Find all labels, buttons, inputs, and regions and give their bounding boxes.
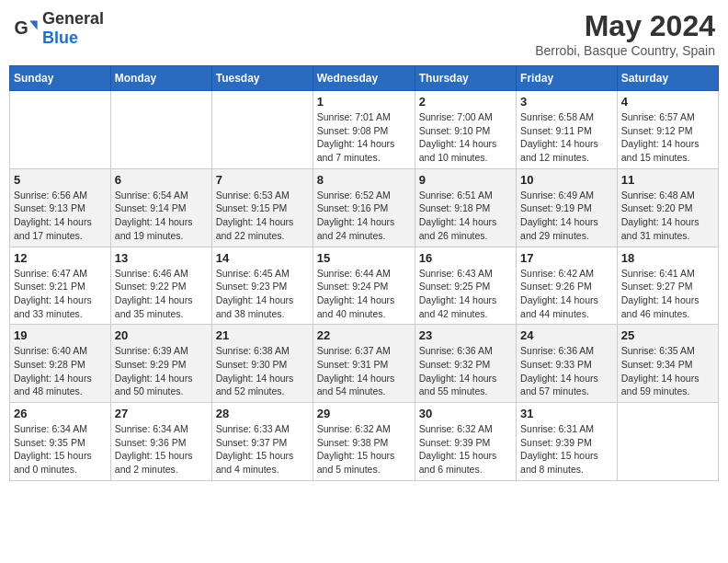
- day-info: Sunrise: 6:46 AM Sunset: 9:22 PM Dayligh…: [115, 267, 208, 321]
- calendar-day-cell: 11Sunrise: 6:48 AM Sunset: 9:20 PM Dayli…: [617, 168, 718, 247]
- day-of-week-header: Tuesday: [211, 66, 313, 91]
- day-info: Sunrise: 7:00 AM Sunset: 9:10 PM Dayligh…: [419, 110, 512, 165]
- day-number: 25: [621, 328, 714, 342]
- day-number: 5: [14, 173, 107, 187]
- calendar-day-cell: 19Sunrise: 6:40 AM Sunset: 9:28 PM Dayli…: [10, 325, 111, 403]
- title-block: May 2024 Berrobi, Basque Country, Spain: [535, 9, 715, 58]
- day-of-week-header: Friday: [517, 66, 618, 91]
- day-info: Sunrise: 6:44 AM Sunset: 9:24 PM Dayligh…: [317, 267, 411, 321]
- day-info: Sunrise: 6:32 AM Sunset: 9:38 PM Dayligh…: [317, 422, 411, 477]
- calendar-day-cell: 8Sunrise: 6:52 AM Sunset: 9:16 PM Daylig…: [313, 168, 415, 247]
- calendar-day-cell: 30Sunrise: 6:32 AM Sunset: 9:39 PM Dayli…: [415, 403, 516, 481]
- day-info: Sunrise: 6:34 AM Sunset: 9:36 PM Dayligh…: [115, 422, 208, 477]
- calendar-day-cell: 14Sunrise: 6:45 AM Sunset: 9:23 PM Dayli…: [211, 247, 313, 325]
- day-info: Sunrise: 6:32 AM Sunset: 9:39 PM Dayligh…: [419, 422, 512, 477]
- calendar-day-cell: 9Sunrise: 6:51 AM Sunset: 9:18 PM Daylig…: [415, 168, 516, 247]
- calendar-day-cell: 17Sunrise: 6:42 AM Sunset: 9:26 PM Dayli…: [517, 247, 618, 325]
- day-info: Sunrise: 6:39 AM Sunset: 9:29 PM Dayligh…: [115, 344, 208, 398]
- calendar-day-cell: 28Sunrise: 6:33 AM Sunset: 9:37 PM Dayli…: [211, 403, 313, 481]
- calendar-table: SundayMondayTuesdayWednesdayThursdayFrid…: [9, 65, 719, 481]
- day-number: 11: [621, 173, 714, 187]
- calendar-week-row: 12Sunrise: 6:47 AM Sunset: 9:21 PM Dayli…: [10, 247, 719, 325]
- calendar-header-row: SundayMondayTuesdayWednesdayThursdayFrid…: [10, 66, 719, 91]
- calendar-day-cell: 5Sunrise: 6:56 AM Sunset: 9:13 PM Daylig…: [10, 168, 111, 247]
- calendar-week-row: 1Sunrise: 7:01 AM Sunset: 9:08 PM Daylig…: [10, 91, 719, 169]
- day-number: 6: [115, 173, 208, 187]
- day-info: Sunrise: 6:48 AM Sunset: 9:20 PM Dayligh…: [621, 189, 714, 243]
- calendar-day-cell: 22Sunrise: 6:37 AM Sunset: 9:31 PM Dayli…: [313, 325, 415, 403]
- month-title: May 2024: [535, 9, 715, 43]
- day-number: 15: [317, 251, 411, 265]
- day-of-week-header: Wednesday: [313, 66, 415, 91]
- calendar-day-cell: 1Sunrise: 7:01 AM Sunset: 9:08 PM Daylig…: [313, 91, 415, 169]
- day-info: Sunrise: 6:38 AM Sunset: 9:30 PM Dayligh…: [216, 344, 309, 398]
- day-number: 12: [14, 251, 107, 265]
- day-info: Sunrise: 6:33 AM Sunset: 9:37 PM Dayligh…: [216, 422, 309, 477]
- day-info: Sunrise: 6:49 AM Sunset: 9:19 PM Dayligh…: [520, 189, 613, 243]
- day-info: Sunrise: 6:51 AM Sunset: 9:18 PM Dayligh…: [419, 189, 512, 243]
- day-number: 4: [621, 95, 714, 109]
- day-number: 13: [115, 251, 208, 265]
- day-number: 7: [216, 173, 309, 187]
- calendar-day-cell: 3Sunrise: 6:58 AM Sunset: 9:11 PM Daylig…: [517, 91, 618, 169]
- calendar-day-cell: 16Sunrise: 6:43 AM Sunset: 9:25 PM Dayli…: [415, 247, 516, 325]
- day-number: 26: [14, 407, 107, 420]
- day-number: 28: [216, 407, 309, 420]
- day-info: Sunrise: 7:01 AM Sunset: 9:08 PM Dayligh…: [317, 110, 411, 165]
- day-info: Sunrise: 6:52 AM Sunset: 9:16 PM Dayligh…: [317, 189, 411, 243]
- day-info: Sunrise: 6:31 AM Sunset: 9:39 PM Dayligh…: [520, 422, 613, 477]
- day-info: Sunrise: 6:43 AM Sunset: 9:25 PM Dayligh…: [419, 267, 512, 321]
- day-number: 20: [115, 328, 208, 342]
- calendar-day-cell: 13Sunrise: 6:46 AM Sunset: 9:22 PM Dayli…: [110, 247, 211, 325]
- day-number: 30: [419, 407, 512, 420]
- calendar-day-cell: 24Sunrise: 6:36 AM Sunset: 9:33 PM Dayli…: [517, 325, 618, 403]
- day-number: 24: [520, 328, 613, 342]
- location-title: Berrobi, Basque Country, Spain: [535, 43, 715, 58]
- day-of-week-header: Sunday: [10, 66, 111, 91]
- calendar-week-row: 19Sunrise: 6:40 AM Sunset: 9:28 PM Dayli…: [10, 325, 719, 403]
- day-info: Sunrise: 6:56 AM Sunset: 9:13 PM Dayligh…: [14, 189, 107, 243]
- day-number: 27: [115, 407, 208, 420]
- calendar-day-cell: 29Sunrise: 6:32 AM Sunset: 9:38 PM Dayli…: [313, 403, 415, 481]
- logo-icon: G: [13, 16, 39, 41]
- day-info: Sunrise: 6:41 AM Sunset: 9:27 PM Dayligh…: [621, 267, 714, 321]
- calendar-day-cell: 18Sunrise: 6:41 AM Sunset: 9:27 PM Dayli…: [617, 247, 718, 325]
- calendar-empty-cell: [110, 91, 211, 169]
- day-info: Sunrise: 6:42 AM Sunset: 9:26 PM Dayligh…: [520, 267, 613, 321]
- calendar-week-row: 26Sunrise: 6:34 AM Sunset: 9:35 PM Dayli…: [10, 403, 719, 481]
- day-info: Sunrise: 6:58 AM Sunset: 9:11 PM Dayligh…: [520, 110, 613, 165]
- calendar-day-cell: 7Sunrise: 6:53 AM Sunset: 9:15 PM Daylig…: [211, 168, 313, 247]
- day-info: Sunrise: 6:57 AM Sunset: 9:12 PM Dayligh…: [621, 110, 714, 165]
- day-number: 10: [520, 173, 613, 187]
- day-info: Sunrise: 6:35 AM Sunset: 9:34 PM Dayligh…: [621, 344, 714, 398]
- day-number: 22: [317, 328, 411, 342]
- day-info: Sunrise: 6:36 AM Sunset: 9:32 PM Dayligh…: [419, 344, 512, 398]
- day-number: 17: [520, 251, 613, 265]
- calendar-day-cell: 12Sunrise: 6:47 AM Sunset: 9:21 PM Dayli…: [10, 247, 111, 325]
- day-number: 14: [216, 251, 309, 265]
- calendar-day-cell: 15Sunrise: 6:44 AM Sunset: 9:24 PM Dayli…: [313, 247, 415, 325]
- calendar-day-cell: 6Sunrise: 6:54 AM Sunset: 9:14 PM Daylig…: [110, 168, 211, 247]
- logo-general: General: [42, 9, 104, 28]
- day-number: 23: [419, 328, 512, 342]
- day-number: 3: [520, 95, 613, 109]
- calendar-day-cell: 31Sunrise: 6:31 AM Sunset: 9:39 PM Dayli…: [517, 403, 618, 481]
- day-number: 8: [317, 173, 411, 187]
- day-number: 18: [621, 251, 714, 265]
- calendar-day-cell: 20Sunrise: 6:39 AM Sunset: 9:29 PM Dayli…: [110, 325, 211, 403]
- day-info: Sunrise: 6:36 AM Sunset: 9:33 PM Dayligh…: [520, 344, 613, 398]
- calendar-empty-cell: [10, 91, 111, 169]
- calendar-day-cell: 23Sunrise: 6:36 AM Sunset: 9:32 PM Dayli…: [415, 325, 516, 403]
- day-info: Sunrise: 6:37 AM Sunset: 9:31 PM Dayligh…: [317, 344, 411, 398]
- day-number: 31: [520, 407, 613, 420]
- day-of-week-header: Thursday: [415, 66, 516, 91]
- day-info: Sunrise: 6:34 AM Sunset: 9:35 PM Dayligh…: [14, 422, 107, 477]
- calendar-week-row: 5Sunrise: 6:56 AM Sunset: 9:13 PM Daylig…: [10, 168, 719, 247]
- calendar-day-cell: 26Sunrise: 6:34 AM Sunset: 9:35 PM Dayli…: [10, 403, 111, 481]
- day-number: 29: [317, 407, 411, 420]
- day-number: 1: [317, 95, 411, 109]
- calendar-day-cell: 25Sunrise: 6:35 AM Sunset: 9:34 PM Dayli…: [617, 325, 718, 403]
- calendar-day-cell: 4Sunrise: 6:57 AM Sunset: 9:12 PM Daylig…: [617, 91, 718, 169]
- calendar-day-cell: 10Sunrise: 6:49 AM Sunset: 9:19 PM Dayli…: [517, 168, 618, 247]
- day-number: 21: [216, 328, 309, 342]
